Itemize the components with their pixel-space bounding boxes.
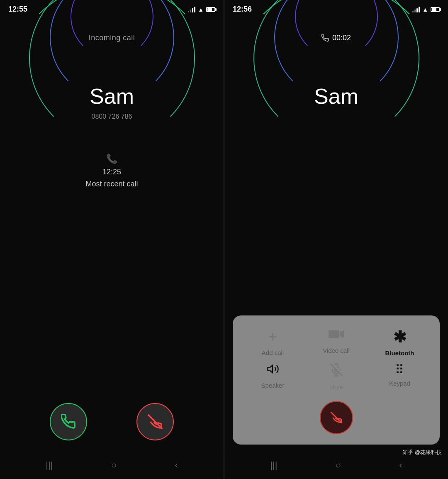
status-time-right: 12:56 bbox=[233, 5, 252, 14]
contact-name-left: Sam bbox=[90, 84, 134, 109]
mute-label: Mute bbox=[329, 384, 343, 391]
watermark: 知乎 @花果科技 bbox=[402, 449, 442, 456]
status-icons-left: ▲ bbox=[188, 6, 215, 13]
nav-recent-icon[interactable]: ||| bbox=[46, 460, 53, 471]
end-call-center bbox=[243, 401, 429, 434]
recent-call-time: 12:25 bbox=[102, 168, 121, 176]
battery-icon-right bbox=[431, 7, 440, 12]
speaker-label: Speaker bbox=[261, 382, 285, 389]
signal-icon-right bbox=[412, 7, 420, 12]
nav-recent-icon-right[interactable]: ||| bbox=[270, 460, 277, 471]
controls-grid-top: + Add call Video call ✱ Bluetooth bbox=[243, 328, 429, 391]
bluetooth-button[interactable]: ✱ Bluetooth bbox=[370, 328, 429, 357]
mute-icon bbox=[330, 363, 343, 380]
keypad-button[interactable]: ⠿ Keypad bbox=[370, 363, 429, 391]
phone-icon-recent: 📞 bbox=[106, 154, 117, 164]
wifi-icon-right: ▲ bbox=[422, 6, 428, 13]
bluetooth-icon: ✱ bbox=[393, 328, 407, 346]
status-bar-right: 12:56 ▲ bbox=[224, 0, 448, 17]
video-call-button[interactable]: Video call bbox=[307, 328, 366, 357]
incoming-call-screen: 12:55 ▲ Incoming call Sam 0800 726 786 📞… bbox=[0, 0, 224, 479]
nav-back-icon[interactable]: ‹ bbox=[175, 460, 178, 471]
decline-call-button[interactable] bbox=[136, 403, 174, 440]
svg-marker-1 bbox=[268, 365, 272, 373]
nav-bar-left: ||| ○ ‹ bbox=[0, 453, 224, 479]
screen-content-right: 00:02 Sam bbox=[224, 17, 448, 311]
add-call-icon: + bbox=[268, 328, 277, 346]
mute-button[interactable]: Mute bbox=[307, 363, 366, 391]
signal-icon bbox=[188, 7, 195, 12]
nav-bar-right: ||| ○ ‹ bbox=[224, 453, 448, 479]
add-call-button[interactable]: + Add call bbox=[243, 328, 302, 357]
video-call-icon bbox=[329, 328, 344, 344]
call-timer: 00:02 bbox=[321, 34, 351, 42]
recent-call-label: Most recent call bbox=[85, 180, 138, 188]
nav-home-icon[interactable]: ○ bbox=[111, 460, 117, 471]
incoming-label: Incoming call bbox=[89, 34, 135, 42]
call-actions-left bbox=[0, 395, 224, 453]
bluetooth-label: Bluetooth bbox=[385, 349, 414, 357]
active-call-screen: 12:56 ▲ 00:02 Sam bbox=[224, 0, 448, 479]
contact-name-right: Sam bbox=[314, 84, 358, 109]
video-call-label: Video call bbox=[323, 347, 350, 354]
status-icons-right: ▲ bbox=[412, 6, 440, 13]
battery-icon bbox=[206, 7, 215, 12]
keypad-icon: ⠿ bbox=[395, 363, 405, 376]
speaker-button[interactable]: Speaker bbox=[243, 363, 302, 391]
recent-call-info: 📞 12:25 Most recent call bbox=[85, 154, 138, 188]
status-time-left: 12:55 bbox=[8, 5, 27, 14]
call-controls-panel: + Add call Video call ✱ Bluetooth bbox=[233, 315, 440, 445]
wifi-icon: ▲ bbox=[198, 6, 204, 13]
speaker-icon bbox=[265, 363, 280, 379]
keypad-label: Keypad bbox=[389, 380, 410, 387]
timer-value: 00:02 bbox=[332, 34, 351, 42]
accept-call-button[interactable] bbox=[50, 403, 87, 440]
nav-home-icon-right[interactable]: ○ bbox=[336, 460, 341, 471]
nav-back-icon-right[interactable]: ‹ bbox=[399, 460, 402, 471]
screen-content-left: Incoming call Sam 0800 726 786 📞 12:25 M… bbox=[0, 17, 224, 395]
end-call-button[interactable] bbox=[320, 401, 353, 434]
status-bar-left: 12:55 ▲ bbox=[0, 0, 224, 17]
contact-number-left: 0800 726 786 bbox=[92, 113, 132, 120]
add-call-label: Add call bbox=[262, 349, 284, 356]
